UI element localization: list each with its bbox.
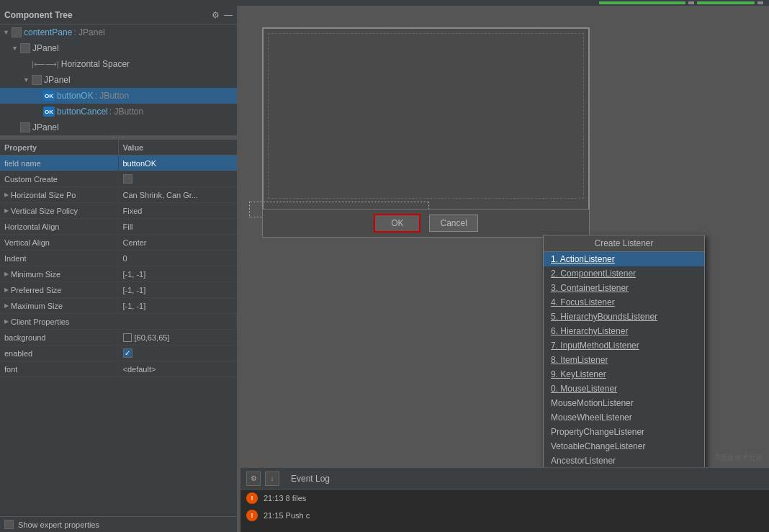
tree-checkbox-1[interactable] xyxy=(20,43,30,53)
listener-item-3[interactable]: 3. ContainerListener xyxy=(544,281,704,295)
event-log-tab-label[interactable]: Event Log xyxy=(291,474,330,484)
listener-item-0[interactable]: 0. MouseListener xyxy=(544,382,704,396)
prop-value-valign: Center xyxy=(119,235,238,250)
prop-row-clientprops[interactable]: ▶ Client Properties xyxy=(0,314,237,330)
prop-value-maxsize: [-1, -1] xyxy=(119,298,238,313)
tree-item-buttoncancel[interactable]: OK buttonCancel : JButton xyxy=(0,104,237,120)
listener-item-8[interactable]: 8. ItemListener xyxy=(544,353,704,367)
progress-bar-1 xyxy=(599,1,685,4)
listener-item-2[interactable]: 2. ComponentListener xyxy=(544,266,704,281)
prop-name-maxsize: ▶ Maximum Size xyxy=(0,298,119,313)
prop-header-value: Value xyxy=(119,140,238,155)
left-panel: Component Tree ⚙ — ▼ contentPane : JPane… xyxy=(0,6,238,532)
dialog-frame xyxy=(262,27,590,236)
tree-class-contentpane: : JPanel xyxy=(73,27,104,37)
prop-name-indent: Indent xyxy=(0,251,119,266)
prop-row-font[interactable]: font <default> xyxy=(0,361,237,377)
background-color-swatch[interactable] xyxy=(123,333,132,342)
listener-item-mousemotion[interactable]: MouseMotionListener xyxy=(544,396,704,410)
show-expert-row[interactable]: Show expert properties xyxy=(0,516,237,532)
prop-name-prefsize: ▶ Preferred Size xyxy=(0,282,119,297)
prop-row-enabled[interactable]: enabled ✓ xyxy=(0,346,237,361)
prop-row-indent[interactable]: Indent 0 xyxy=(0,251,237,266)
prop-row-maxsize[interactable]: ▶ Maximum Size [-1, -1] xyxy=(0,298,237,314)
dialog-buttons-bar: OK Cancel xyxy=(262,209,590,238)
prop-value-minsize: [-1, -1] xyxy=(119,266,238,281)
tree-item-contentpane[interactable]: ▼ contentPane : JPanel xyxy=(0,24,237,40)
toolbar-gear-btn[interactable]: ⚙ xyxy=(246,472,261,486)
prop-name-fieldname: field name xyxy=(0,155,119,171)
prop-value-prefsize: [-1, -1] xyxy=(119,282,238,297)
progress-sep-1 xyxy=(688,1,694,4)
prop-row-fieldname[interactable]: field name buttonOK xyxy=(0,155,237,171)
tree-checkbox-3[interactable] xyxy=(32,75,42,85)
listener-item-9[interactable]: 9. KeyListener xyxy=(544,367,704,382)
prop-name-halign: Horizontal Align xyxy=(0,219,119,234)
progress-bar-2 xyxy=(697,1,755,4)
toolbar-download-btn[interactable]: ↓ xyxy=(265,472,279,486)
enabled-checkbox[interactable]: ✓ xyxy=(123,348,132,358)
tree-checkbox-6[interactable] xyxy=(20,122,30,132)
tree-item-jpanel1[interactable]: ▼ JPanel xyxy=(0,40,237,56)
cancel-button[interactable]: Cancel xyxy=(429,215,477,232)
show-expert-checkbox[interactable] xyxy=(4,520,14,529)
prop-name-clientprops: ▶ Client Properties xyxy=(0,314,237,329)
prop-row-halign[interactable]: Horizontal Align Fill xyxy=(0,219,237,235)
collapse-icon[interactable]: — xyxy=(224,10,233,20)
prop-value-font: <default> xyxy=(119,361,238,377)
ok-button[interactable]: OK xyxy=(374,214,421,233)
prop-name-valign: Vertical Align xyxy=(0,235,119,250)
arrow-vsizepolicy: ▶ xyxy=(4,207,9,214)
tree-item-jpanel2[interactable]: ▼ JPanel xyxy=(0,72,237,88)
dialog-inner-area xyxy=(268,33,584,199)
right-panel: OK Cancel Create Listener 1. ActionListe… xyxy=(240,6,769,532)
tree-checkbox-0[interactable] xyxy=(12,27,22,37)
properties-list: field name buttonOK Custom Create ▶ Hori… xyxy=(0,155,237,516)
tree-label-buttonok: buttonOK xyxy=(57,91,94,101)
arrow-clientprops: ▶ xyxy=(4,318,9,325)
arrow-minsize: ▶ xyxy=(4,271,9,277)
tree-label-jpanel3: JPanel xyxy=(32,122,59,132)
listener-item-7[interactable]: 7. InputMethodListener xyxy=(544,338,704,353)
tree-arrow-0: ▼ xyxy=(3,29,12,36)
arrow-maxsize: ▶ xyxy=(4,302,9,309)
event-log-entry-2: ! 21:15 Push c xyxy=(240,507,769,524)
listener-item-vetoable[interactable]: VetoableChangeListener xyxy=(544,439,704,454)
prop-name-minsize: ▶ Minimum Size xyxy=(0,266,119,281)
tree-item-hspacer[interactable]: |⟵⟶| Horizontal Spacer xyxy=(0,56,237,72)
listener-item-1[interactable]: 1. ActionListener xyxy=(544,252,704,266)
tree-icon-buttoncancel: OK xyxy=(43,107,55,117)
component-tree-title: Component Tree xyxy=(4,10,73,20)
tree-item-jpanel3[interactable]: JPanel xyxy=(0,120,237,135)
tree-label-jpanel2: JPanel xyxy=(44,75,71,85)
tree-class-buttoncancel: : JButton xyxy=(109,107,143,117)
prop-row-customcreate[interactable]: Custom Create xyxy=(0,171,237,187)
prop-row-valign[interactable]: Vertical Align Center xyxy=(0,235,237,251)
prop-value-enabled: ✓ xyxy=(119,346,238,361)
listener-item-propertychange[interactable]: PropertyChangeListener xyxy=(544,425,704,439)
listener-item-4[interactable]: 4. FocusListener xyxy=(544,295,704,310)
prop-row-background[interactable]: background [60,63,65] xyxy=(0,330,237,346)
prop-row-hsizepolicy[interactable]: ▶ Horizontal Size Po Can Shrink, Can Gr.… xyxy=(0,187,237,203)
event-log-icon-1: ! xyxy=(246,492,258,504)
listener-item-5[interactable]: 5. HierarchyBoundsListener xyxy=(544,310,704,324)
listener-item-mousewheel[interactable]: MouseWheelListener xyxy=(544,410,704,425)
listener-item-ancestor[interactable]: AncestorListener xyxy=(544,454,704,467)
tree-label-contentpane: contentPane xyxy=(24,27,72,37)
settings-icon[interactable]: ⚙ xyxy=(212,10,220,20)
watermark: ©掘金技术社区 xyxy=(715,453,763,463)
prop-name-hsizepolicy: ▶ Horizontal Size Po xyxy=(0,187,119,202)
prop-row-minsize[interactable]: ▶ Minimum Size [-1, -1] xyxy=(0,266,237,282)
prop-row-prefsize[interactable]: ▶ Preferred Size [-1, -1] xyxy=(0,282,237,298)
prop-value-indent: 0 xyxy=(119,251,238,266)
tree-icon-buttonok: OK xyxy=(43,91,55,101)
spacer-icon: |⟵⟶| xyxy=(32,60,59,69)
prop-row-vsizepolicy[interactable]: ▶ Vertical Size Policy Fixed xyxy=(0,203,237,219)
tree-class-buttonok: : JButton xyxy=(95,91,129,101)
custom-create-checkbox[interactable] xyxy=(123,174,132,184)
tree-item-buttonok[interactable]: OK buttonOK : JButton xyxy=(0,88,237,104)
listener-item-6[interactable]: 6. HierarchyListener xyxy=(544,324,704,338)
create-listener-menu: Create Listener 1. ActionListener 2. Com… xyxy=(543,235,705,467)
event-log-panel: ! 21:13 8 files ! 21:15 Push c xyxy=(240,489,769,532)
prop-name-vsizepolicy: ▶ Vertical Size Policy xyxy=(0,203,119,218)
